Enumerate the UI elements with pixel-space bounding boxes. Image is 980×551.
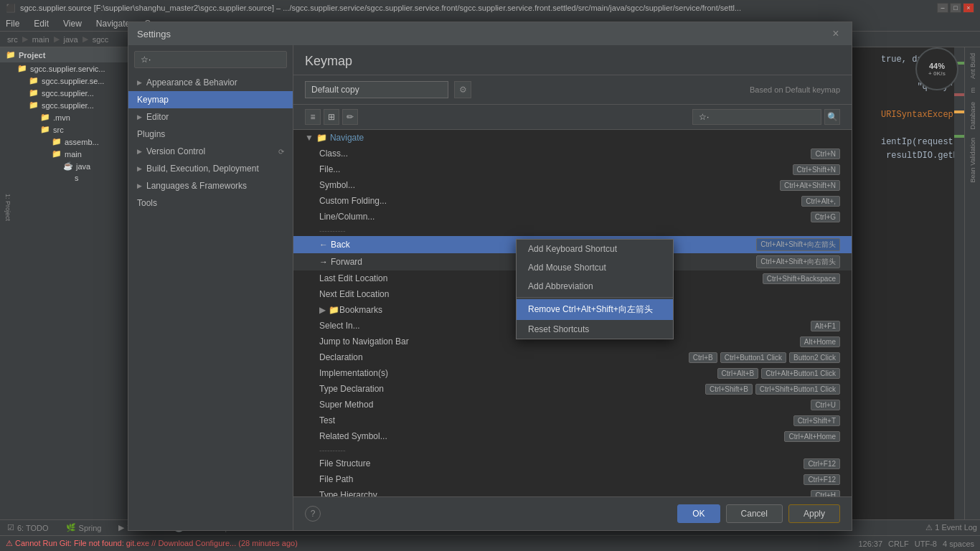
keymap-row-file[interactable]: File... Ctrl+Shift+N [293,161,852,177]
list-item[interactable]: 📁.mvn [0,111,143,123]
nav-label-build: Build, Execution, Deployment [146,164,259,174]
menu-edit[interactable]: Edit [31,17,52,30]
item-shortcuts: Ctrl+Shift+B Ctrl+Shift+Button1 Click [705,384,840,395]
item-name: Type Hierarchy [319,490,811,496]
list-item[interactable]: 📁sgcc.supplier... [0,99,143,111]
nav-item-plugins[interactable]: Plugins [128,126,293,143]
nav-label-plugins: Plugins [137,129,165,139]
tool-maven[interactable]: m [968,85,978,96]
keymap-tree[interactable]: ▼ 📁 Navigate Class... Ctrl+N File... Ctr… [293,130,852,496]
title-bar: ⬛ sgcc.supplier.source [F:\supplier\shan… [0,0,980,16]
keymap-row-type-hierarchy[interactable]: Type Hierarchy Ctrl+H [293,487,852,496]
nav-item-tools[interactable]: Tools [128,194,293,212]
item-name: Super Method [319,400,811,410]
nav-arrow-build: ▶ [137,165,142,172]
list-item[interactable]: 📁src [0,123,143,136]
keymap-row-declaration[interactable]: Declaration Ctrl+B Ctrl+Button1 Click Bu… [293,349,852,365]
window-controls: – □ × [937,3,974,13]
sidebar-title: Project [19,51,45,60]
menu-navigate[interactable]: Navigate [93,17,133,30]
apply-button[interactable]: Apply [788,504,840,523]
tab-todo[interactable]: ☑ 6: TODO [3,522,53,534]
nav-item-appearance[interactable]: ▶ Appearance & Behavior [128,74,293,91]
item-name: Related Symbol... [319,431,784,441]
right-tool-panel: Ant Build m Database Bean Validation [964,47,980,519]
tool-database[interactable]: Database [968,99,978,133]
dialog-close-button[interactable]: × [829,27,843,41]
close-button[interactable]: × [963,3,974,13]
menu-file[interactable]: File [3,17,22,30]
keymap-search-input[interactable] [692,109,821,125]
maximize-button[interactable]: □ [950,3,961,13]
tab-main[interactable]: main [28,34,54,45]
tab-java[interactable]: java [60,34,83,45]
nav-item-languages[interactable]: ▶ Languages & Frameworks [128,177,293,194]
context-item-add-keyboard[interactable]: Add Keyboard Shortcut [517,240,673,258]
tab-src[interactable]: src [3,34,22,45]
nav-item-build[interactable]: ▶ Build, Execution, Deployment [128,160,293,177]
keymap-row-type-declaration[interactable]: Type Declaration Ctrl+Shift+B Ctrl+Shift… [293,381,852,397]
keymap-gear-button[interactable]: ⚙ [454,81,471,98]
tool-ant-build[interactable]: Ant Build [968,50,978,82]
sidebar-tree: 📁sgcc.supplier.servic... 📁sgcc.supplier.… [0,62,143,477]
item-name: Declaration [319,352,689,362]
folder-icon: 📁 [316,133,327,143]
sidebar-label-project[interactable]: 1: Project [0,191,13,224]
item-shortcuts: Ctrl+Alt+Shift+向左箭头 [756,238,840,251]
keymap-row-super-method[interactable]: Super Method Ctrl+U [293,397,852,413]
navigate-folder-label: Navigate [330,133,364,143]
context-item-add-mouse[interactable]: Add Mouse Shortcut [517,258,673,277]
list-item[interactable]: 📁sgcc.supplier.servic... [0,62,143,75]
keymap-row-class[interactable]: Class... Ctrl+N [293,146,852,161]
expand-all-button[interactable]: ⊞ [324,109,339,125]
minimize-button[interactable]: – [937,3,948,13]
collapse-all-button[interactable]: ≡ [305,109,321,125]
keymap-action-toolbar: ≡ ⊞ ✏ 🔍 [293,105,852,130]
list-item[interactable]: s [0,172,143,184]
tab-spring[interactable]: 🌿 Spring [62,522,106,534]
tool-bean[interactable]: Bean Validation [968,135,978,185]
help-button[interactable]: ? [305,506,321,522]
tab-sgcc[interactable]: sgcc [88,34,113,45]
list-item[interactable]: 📁assemb... [0,136,143,148]
list-item[interactable]: 📁sgcc.supplier... [0,87,143,99]
menu-view[interactable]: View [60,17,85,30]
keymap-row-symbol[interactable]: Symbol... Ctrl+Alt+Shift+N [293,177,852,193]
event-log[interactable]: ⚠ 1 Event Log [925,523,977,532]
ok-button[interactable]: OK [677,504,720,523]
keymap-row-line-column[interactable]: Line/Column... Ctrl+G [293,209,852,225]
item-name: Symbol... [319,180,780,190]
item-shortcuts: Ctrl+Shift+T [793,415,840,426]
context-item-reset[interactable]: Reset Shortcuts [517,320,673,339]
cancel-button[interactable]: Cancel [726,504,783,523]
item-shortcuts: Ctrl+Shift+Backspace [763,273,840,284]
keymap-row-custom-folding[interactable]: Custom Folding... Ctrl+Alt+, [293,193,852,209]
status-indent: 4 spaces [943,540,974,548]
nav-item-keymap[interactable]: Keymap [128,91,293,108]
keymap-row-file-path[interactable]: File Path Ctrl+F12 [293,471,852,487]
tab-separator3: ▶ [83,34,88,44]
list-item[interactable]: 📁main [0,148,143,160]
context-item-remove[interactable]: Remove Ctrl+Alt+Shift+向左箭头 [517,299,673,320]
list-item[interactable]: 📁sgcc.supplier.se... [0,75,143,87]
item-name: File Path [319,474,804,484]
item-shortcuts: Ctrl+Shift+N [793,164,840,175]
search-icon-button[interactable]: 🔍 [824,109,840,125]
list-item[interactable]: ☕java [0,160,143,172]
edit-shortcut-button[interactable]: ✏ [342,109,358,125]
nav-item-version-control[interactable]: ▶ Version Control ⟳ [128,143,293,160]
context-item-add-abbreviation[interactable]: Add Abbreviation [517,277,673,296]
nav-item-editor[interactable]: ▶ Editor [128,108,293,126]
item-shortcuts: Ctrl+F12 [804,458,840,469]
nav-label-editor: Editor [146,112,169,122]
keymap-row-related-symbol[interactable]: Related Symbol... Ctrl+Alt+Home [293,428,852,444]
navigate-folder-row[interactable]: ▼ 📁 Navigate [293,130,852,146]
item-shortcuts: Ctrl+Alt+B Ctrl+Alt+Button1 Click [717,368,840,379]
item-shortcuts: Ctrl+B Ctrl+Button1 Click Button2 Click [689,352,840,363]
keymap-row-file-structure[interactable]: File Structure Ctrl+F12 [293,456,852,471]
item-name: Implementation(s) [319,368,717,378]
keymap-row-implementations[interactable]: Implementation(s) Ctrl+Alt+B Ctrl+Alt+Bu… [293,365,852,381]
keymap-dropdown[interactable]: Default copy [305,81,448,98]
settings-search-input[interactable] [134,51,287,68]
keymap-row-test[interactable]: Test Ctrl+Shift+T [293,413,852,428]
